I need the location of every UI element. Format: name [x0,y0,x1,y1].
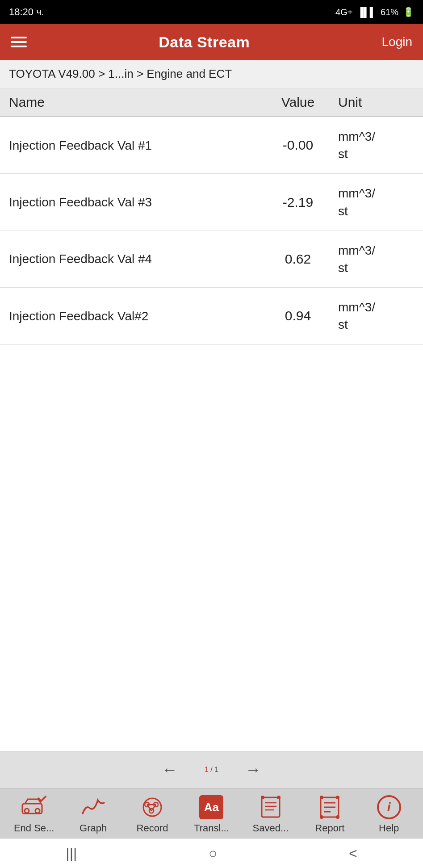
row-unit-3: mm^3/st [334,242,414,277]
home-navigation-button[interactable]: ○ [209,845,217,862]
table-row[interactable]: Injection Feedback Val#2 0.94 mm^3/st [0,288,423,344]
svg-point-3 [143,798,161,816]
table-body: Injection Feedback Val #1 -0.00 mm^3/st … [0,117,423,548]
translate-button[interactable]: Aa Transl... [184,795,238,834]
breadcrumb-text: TOYOTA V49.00 > 1...in > Engine and ECT [9,67,232,80]
saved-button[interactable]: Saved... [244,795,297,834]
battery-icon: 🔋 [403,7,414,17]
record-icon [138,795,167,820]
help-icon: i [375,795,403,820]
table-header: Name Value Unit [0,88,423,117]
status-bar: 18:20 ч. 4G+ ▐▌▌ 61% 🔋 [0,0,423,24]
graph-label: Graph [80,822,107,834]
col-header-value: Value [262,95,334,110]
svg-point-22 [320,815,323,819]
status-right: 4G+ ▐▌▌ 61% 🔋 [335,7,414,17]
col-header-unit: Unit [334,95,414,110]
navigation-bar: ||| ○ < [0,839,423,868]
help-button[interactable]: i Help [362,795,416,834]
translate-label: Transl... [194,822,229,834]
breadcrumb: TOYOTA V49.00 > 1...in > Engine and ECT [0,60,423,88]
bottom-toolbar: End Se... Graph Record Aa [0,788,423,839]
svg-point-14 [261,796,264,799]
col-header-name: Name [9,95,262,110]
menu-line-1 [11,37,27,38]
row-unit-1: mm^3/st [334,128,414,163]
svg-point-20 [320,796,323,799]
svg-point-21 [336,796,339,799]
graph-icon [79,795,108,820]
row-name-1: Injection Feedback Val #1 [9,137,262,154]
aa-box: Aa [199,795,223,819]
page-title: Data Stream [159,34,250,51]
row-name-4: Injection Feedback Val#2 [9,307,262,325]
svg-point-2 [35,809,40,813]
menu-line-2 [11,41,27,43]
page-separator: / [210,766,214,773]
login-button[interactable]: Login [381,35,412,49]
table-row[interactable]: Injection Feedback Val #4 0.62 mm^3/st [0,231,423,288]
car-check-icon [20,795,48,820]
report-icon [315,795,344,820]
signal-icon: ▐▌▌ [357,7,376,17]
pagination-info: 1 / 1 [205,766,218,774]
end-session-button[interactable]: End Se... [7,795,61,834]
record-button[interactable]: Record [126,795,179,834]
saved-icon [256,795,285,820]
row-unit-2: mm^3/st [334,185,414,219]
saved-label: Saved... [253,822,289,834]
battery-text: 61% [381,7,398,17]
menu-line-3 [11,46,27,47]
row-name-2: Injection Feedback Val #3 [9,193,262,211]
table-row[interactable]: Injection Feedback Val #1 -0.00 mm^3/st [0,117,423,174]
svg-rect-10 [262,797,280,817]
row-name-3: Injection Feedback Val #4 [9,250,262,268]
empty-content-area [0,548,423,751]
info-circle: i [377,795,401,819]
report-label: Report [315,822,344,834]
record-label: Record [137,822,168,834]
back-navigation-button[interactable]: ||| [66,845,77,862]
row-value-2: -2.19 [262,195,334,210]
end-session-label: End Se... [14,822,54,834]
hamburger-menu-button[interactable] [11,37,27,47]
row-value-4: 0.94 [262,308,334,323]
app-header: Data Stream Login [0,24,423,60]
row-value-3: 0.62 [262,252,334,267]
current-page: 1 [205,766,209,773]
graph-button[interactable]: Graph [67,795,120,834]
help-label: Help [379,822,399,834]
svg-point-1 [25,809,29,813]
total-pages: 1 [214,766,218,773]
report-button[interactable]: Report [303,795,356,834]
pagination-bar: ← 1 / 1 → [0,751,423,788]
next-page-button[interactable]: → [245,760,261,779]
row-value-1: -0.00 [262,138,334,153]
row-unit-4: mm^3/st [334,298,414,333]
translate-icon: Aa [197,795,226,820]
prev-page-button[interactable]: ← [162,760,178,779]
network-icon: 4G+ [335,7,352,17]
recent-navigation-button[interactable]: < [349,845,357,862]
table-row[interactable]: Injection Feedback Val #3 -2.19 mm^3/st [0,174,423,231]
svg-point-15 [277,796,281,799]
svg-point-23 [336,815,339,819]
status-time: 18:20 ч. [9,6,44,18]
